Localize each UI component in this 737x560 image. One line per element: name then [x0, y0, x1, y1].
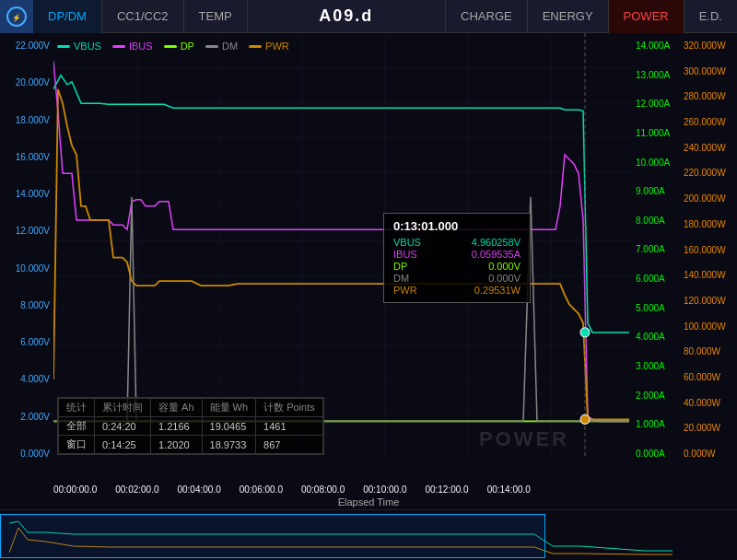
- svg-point-20: [580, 328, 590, 337]
- tooltip-ibus: IBUS 0.059535A: [393, 249, 521, 260]
- y-axis-left-label: 2.000V: [4, 412, 50, 422]
- x-axis-label: 00:10:00.0: [363, 484, 406, 495]
- tab-temp[interactable]: TEMP: [184, 0, 248, 33]
- y-axis-right1-label: 2.000A: [636, 391, 680, 401]
- y-axis-right1-label: 14.000A: [636, 41, 680, 51]
- tab-charge[interactable]: CHARGE: [445, 0, 527, 33]
- stats-header-time: 累计时间: [95, 399, 151, 417]
- tab-energy[interactable]: ENERGY: [527, 0, 608, 33]
- stats-header-wh: 能量 Wh: [202, 399, 256, 417]
- y-axis-left-label: 10.000V: [4, 263, 50, 274]
- y-axis-right2-label: 320.000W: [684, 41, 733, 51]
- stats-row-window: 窗口 0:14:25 1.2020 18.9733 867: [59, 436, 323, 454]
- x-axis-label: 00:14:00.0: [487, 484, 531, 495]
- y-axis-left-label: 0.000V: [4, 449, 50, 459]
- y-axis-right1-label: 1.000A: [636, 419, 680, 429]
- y-axis-right2-label: 300.000W: [684, 66, 733, 76]
- data-tooltip: 0:13:01.000 VBUS 4.960258V IBUS 0.059535…: [383, 213, 531, 303]
- tab-dp-dm[interactable]: DP/DM: [33, 0, 102, 33]
- tab-power[interactable]: POWER: [608, 0, 684, 33]
- y-axis-right1-label: 3.000A: [636, 361, 680, 371]
- y-axis-right2-label: 220.000W: [684, 168, 733, 178]
- y-axis-right2-label: 0.000W: [684, 449, 733, 459]
- y-axis-right2-label: 180.000W: [684, 219, 733, 229]
- tab-cc1-cc2[interactable]: CC1/CC2: [102, 0, 184, 33]
- x-axis-label: 00:00:00.0: [53, 484, 97, 495]
- y-axis-left-label: 14.000V: [4, 189, 50, 199]
- y-axis-right1-label: 8.000A: [636, 216, 680, 226]
- y-axis-left-label: 20.000V: [4, 77, 50, 88]
- y-axis-left-label: 6.000V: [4, 337, 50, 347]
- y-axis-left-label: 4.000V: [4, 374, 50, 384]
- y-axis-right2-label: 120.000W: [684, 296, 733, 306]
- stats-row-all: 全部 0:24:20 1.2166 19.0465 1461: [59, 417, 323, 436]
- y-axis-right2-label: 200.000W: [684, 193, 733, 204]
- y-axis-left-label: 16.000V: [4, 152, 50, 162]
- minimap[interactable]: 00:00:0000:05:0000:10:0000:15:0000:20:00: [0, 509, 737, 560]
- y-axis-left-label: 12.000V: [4, 226, 50, 236]
- minimap-window[interactable]: [0, 514, 545, 558]
- y-axis-left-label: 18.000V: [4, 115, 50, 125]
- chart-plot[interactable]: VBUSIBUSDPDMPWR: [53, 33, 634, 484]
- stats-table: 统计 累计时间 容量 Ah 能量 Wh 计数 Points 全部 0:24:20…: [57, 397, 324, 455]
- tooltip-dm: DM 0.000V: [393, 273, 521, 284]
- y-axis-right1-label: 5.000A: [636, 303, 680, 313]
- y-axis-right1-label: 13.000A: [636, 70, 680, 80]
- y-axis-right1-label: 11.000A: [636, 128, 680, 138]
- y-axis-right2-label: 20.000W: [684, 423, 733, 433]
- y-axis-left-label: 22.000V: [4, 41, 50, 51]
- tooltip-pwr: PWR 0.29531W: [393, 285, 521, 296]
- y-axis-right2-label: 60.000W: [684, 372, 733, 382]
- stats-header-ah: 容量 Ah: [151, 399, 203, 417]
- x-axis-title: Elapsed Time: [0, 495, 737, 509]
- tab-ed[interactable]: E.D.: [684, 0, 737, 33]
- y-axis-right1-label: 0.000A: [636, 449, 680, 459]
- stats-header-stat: 统计: [59, 399, 95, 417]
- x-axis-label: 00:06:00.0: [240, 484, 283, 495]
- y-axis-right1-label: 4.000A: [636, 332, 680, 342]
- chart-area: 22.000V20.000V18.000V16.000V14.000V12.00…: [0, 33, 737, 484]
- y-axis-right1-label: 7.000A: [636, 244, 680, 254]
- y-axis-right-amps: 14.000A13.000A12.000A11.000A10.000A9.000…: [634, 33, 682, 484]
- y-axis-right2-label: 100.000W: [684, 321, 733, 332]
- y-axis-right1-label: 9.000A: [636, 186, 680, 196]
- y-axis-right2-label: 280.000W: [684, 91, 733, 101]
- x-axis-label: 00:08:00.0: [301, 484, 345, 495]
- chart-svg: [53, 33, 634, 459]
- y-axis-right1-label: 10.000A: [636, 158, 680, 168]
- y-axis-right2-label: 40.000W: [684, 398, 733, 408]
- x-axis-label: 00:12:00.0: [425, 484, 468, 495]
- tooltip-dp: DP 0.000V: [393, 261, 521, 272]
- y-axis-right2-label: 240.000W: [684, 143, 733, 153]
- chart-title: A09.d: [248, 6, 445, 26]
- stats-header-points: 计数 Points: [256, 399, 323, 417]
- y-axis-right2-label: 160.000W: [684, 245, 733, 255]
- x-axis-label: 00:02:00.0: [115, 484, 158, 495]
- tooltip-time: 0:13:01.000: [393, 219, 521, 233]
- y-axis-right-watts: 320.000W300.000W280.000W260.000W240.000W…: [682, 33, 737, 484]
- top-navigation: ⚡ DP/DM CC1/CC2 TEMP A09.d CHARGE ENERGY…: [0, 0, 737, 33]
- svg-text:⚡: ⚡: [12, 13, 21, 22]
- y-axis-left-label: 8.000V: [4, 300, 50, 310]
- svg-point-21: [580, 414, 590, 424]
- minimap-chart: [0, 514, 737, 558]
- y-axis-right2-label: 140.000W: [684, 270, 733, 280]
- y-axis-right1-label: 6.000A: [636, 274, 680, 284]
- y-axis-right1-label: 12.000A: [636, 99, 680, 109]
- watermark: POWER: [479, 427, 569, 451]
- x-axis-labels: 00:00:00.000:02:00.000:04:00.000:06:00.0…: [53, 484, 634, 495]
- x-axis-label: 00:04:00.0: [177, 484, 220, 495]
- y-axis-right2-label: 80.000W: [684, 346, 733, 356]
- tooltip-vbus: VBUS 4.960258V: [393, 237, 521, 248]
- y-axis-left: 22.000V20.000V18.000V16.000V14.000V12.00…: [0, 33, 53, 484]
- app-logo[interactable]: ⚡: [0, 0, 33, 33]
- y-axis-right2-label: 260.000W: [684, 117, 733, 127]
